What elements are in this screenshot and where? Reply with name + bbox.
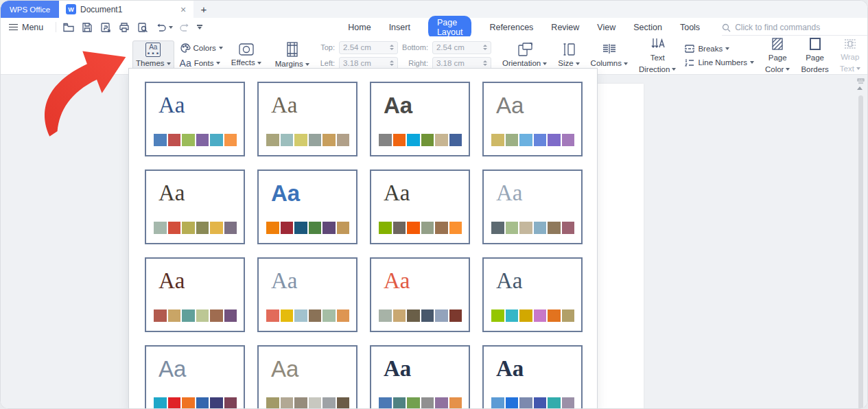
tab-tools[interactable]: Tools	[680, 23, 700, 32]
new-tab-button[interactable]: +	[197, 2, 211, 16]
theme-card[interactable]: Aa	[145, 170, 245, 244]
vertical-scrollbar[interactable]	[858, 95, 863, 409]
color-swatch	[337, 309, 350, 323]
theme-card[interactable]: Aa	[482, 170, 583, 244]
effects-icon	[238, 43, 255, 56]
page-color-button[interactable]: Page Color	[762, 35, 793, 75]
tab-section[interactable]: Section	[633, 23, 662, 32]
page-borders-icon	[808, 36, 823, 51]
page-borders-button[interactable]: Page Borders	[798, 35, 831, 75]
theme-card[interactable]: Aa	[257, 257, 357, 332]
color-swatch	[294, 397, 307, 409]
command-search[interactable]: Click to find commands	[722, 23, 867, 36]
text-direction-button[interactable]: Text Direction	[636, 35, 679, 75]
tab-view[interactable]: View	[597, 23, 615, 32]
theme-card[interactable]: Aa	[482, 345, 583, 409]
theme-color-swatches	[379, 222, 462, 235]
color-swatch	[294, 309, 307, 323]
colors-palette-icon	[180, 43, 191, 54]
tab-references[interactable]: References	[489, 23, 533, 32]
main-menu-button[interactable]: Menu	[9, 23, 43, 32]
theme-color-swatches	[266, 309, 349, 323]
theme-card[interactable]: Aa	[482, 82, 583, 156]
margins-button[interactable]: Margins	[272, 40, 312, 70]
page-borders-label-1: Page	[806, 54, 824, 62]
theme-card[interactable]: Aa	[370, 82, 470, 156]
color-swatch	[421, 397, 434, 409]
color-swatch	[196, 134, 209, 147]
theme-card[interactable]: Aa	[257, 82, 357, 156]
theme-card[interactable]: Aa	[370, 345, 470, 409]
left-margin-label: Left:	[320, 59, 335, 67]
tab-home[interactable]: Home	[348, 23, 371, 32]
color-swatch	[506, 397, 519, 409]
theme-card[interactable]: Aa	[257, 345, 357, 409]
color-swatch	[491, 309, 504, 323]
effects-button[interactable]: Effects	[228, 41, 264, 69]
theme-card[interactable]: Aa	[257, 170, 357, 244]
orientation-label: Orientation	[502, 59, 541, 68]
breaks-icon	[684, 44, 695, 54]
customize-toolbar-icon[interactable]	[197, 25, 202, 29]
bottom-margin-input[interactable]: 2.54 cm	[432, 41, 491, 54]
print-icon[interactable]	[118, 21, 130, 34]
columns-button[interactable]: Columns	[588, 40, 631, 69]
theme-card[interactable]: Aa	[370, 257, 470, 332]
color-swatch	[421, 222, 434, 235]
print-preview-icon[interactable]	[137, 21, 149, 34]
undo-button[interactable]	[155, 21, 173, 33]
color-swatch	[421, 134, 434, 147]
margins-icon	[285, 41, 300, 58]
colors-button[interactable]: Colors	[180, 43, 223, 54]
theme-card[interactable]: Aa	[482, 257, 583, 332]
line-numbers-button[interactable]: Line Numbers	[684, 58, 754, 67]
tab-insert[interactable]: Insert	[389, 23, 410, 32]
color-swatch	[449, 397, 462, 409]
color-swatch	[519, 397, 532, 409]
wps-office-tab[interactable]: WPS Office	[1, 1, 59, 18]
theme-card[interactable]: Aa	[145, 82, 245, 156]
orientation-button[interactable]: Orientation	[500, 40, 550, 69]
color-swatch	[337, 222, 350, 235]
theme-card[interactable]: Aa	[145, 345, 245, 409]
close-tab-icon[interactable]: ×	[176, 3, 190, 16]
export-pdf-icon[interactable]	[99, 21, 112, 34]
themes-label: Themes	[136, 59, 165, 68]
tab-page-layout[interactable]: Page Layout	[428, 16, 472, 39]
color-swatch	[337, 397, 350, 409]
orientation-icon	[517, 42, 533, 57]
color-swatch	[534, 222, 547, 235]
color-swatch	[407, 397, 420, 409]
size-button[interactable]: Size	[555, 40, 582, 69]
color-swatch	[168, 134, 181, 147]
theme-preview-text: Aa	[496, 182, 522, 204]
theme-preview-text: Aa	[496, 270, 522, 292]
color-swatch	[449, 222, 462, 235]
color-swatch	[393, 309, 406, 323]
wrap-text-button: Wrap Text	[837, 36, 863, 74]
theme-color-swatches	[154, 397, 237, 409]
document-tab[interactable]: W Document1	[59, 1, 193, 18]
theme-card[interactable]: Aa	[145, 257, 245, 332]
color-swatch	[168, 309, 181, 323]
top-margin-input[interactable]: 2.54 cm	[339, 41, 398, 54]
themes-button[interactable]: Aa■ ■ ■ Themes	[132, 40, 174, 70]
redo-icon[interactable]	[179, 21, 191, 33]
color-swatch	[294, 134, 307, 147]
theme-color-swatches	[266, 134, 349, 147]
page-color-label-2: Color	[765, 65, 784, 74]
color-swatch	[562, 134, 575, 147]
theme-preview-text: Aa	[271, 182, 300, 204]
tab-review[interactable]: Review	[551, 23, 579, 32]
theme-card[interactable]: Aa	[370, 170, 470, 244]
open-file-icon[interactable]	[62, 21, 75, 34]
theme-preview-text: Aa	[496, 358, 524, 380]
fonts-button[interactable]: Aa Fonts	[180, 58, 223, 69]
color-swatch	[309, 134, 322, 147]
color-swatch	[210, 222, 223, 235]
scroll-up-arrow-icon[interactable]	[857, 86, 863, 90]
breaks-button[interactable]: Breaks	[684, 44, 754, 54]
color-swatch	[281, 222, 294, 235]
color-swatch	[224, 222, 237, 235]
save-icon[interactable]	[81, 21, 93, 34]
